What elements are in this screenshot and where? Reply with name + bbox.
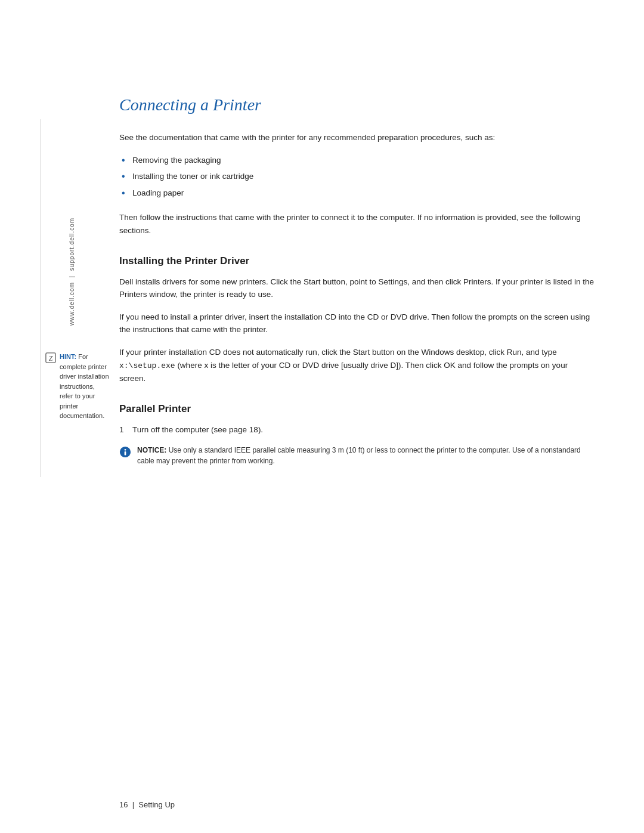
numbered-list: Turn off the computer (see page 18). bbox=[119, 423, 596, 436]
svg-rect-4 bbox=[125, 451, 126, 455]
hint-icon: Z bbox=[45, 352, 56, 363]
svg-point-3 bbox=[125, 449, 126, 451]
notice-box: NOTICE: Use only a standard IEEE paralle… bbox=[119, 445, 596, 467]
code-snippet: x:\setup.exe bbox=[119, 361, 175, 370]
notice-icon bbox=[119, 446, 131, 458]
list-item: Removing the packaging bbox=[119, 154, 596, 167]
main-content: Connecting a Printer See the documentati… bbox=[119, 36, 596, 467]
bullet-list: Removing the packaging Installing the to… bbox=[119, 154, 596, 200]
notice-text: NOTICE: Use only a standard IEEE paralle… bbox=[137, 445, 596, 467]
page-title: Connecting a Printer bbox=[119, 95, 596, 114]
section2-heading: Parallel Printer bbox=[119, 403, 596, 415]
svg-text:Z: Z bbox=[49, 355, 53, 363]
hint-box: Z HINT: For complete printer driver inst… bbox=[45, 352, 110, 421]
follow-paragraph: Then follow the instructions that came w… bbox=[119, 211, 596, 237]
intro-paragraph: See the documentation that came with the… bbox=[119, 131, 596, 144]
section1-para2: If you need to install a printer driver,… bbox=[119, 311, 596, 336]
side-text: www.dell.com | support.dell.com bbox=[69, 218, 75, 326]
page-container: www.dell.com | support.dell.com Z HINT: … bbox=[0, 0, 644, 833]
section1-para1: Dell installs drivers for some new print… bbox=[119, 275, 596, 301]
list-item: Loading paper bbox=[119, 187, 596, 200]
section1-heading: Installing the Printer Driver bbox=[119, 255, 596, 267]
numbered-list-item: Turn off the computer (see page 18). bbox=[119, 423, 596, 436]
section1-para3: If your printer installation CD does not… bbox=[119, 346, 596, 385]
side-divider bbox=[41, 119, 41, 477]
page-footer: 16 | Setting Up bbox=[119, 800, 175, 809]
list-item: Installing the toner or ink cartridge bbox=[119, 170, 596, 183]
hint-text: HINT: For complete printer driver instal… bbox=[60, 352, 110, 421]
